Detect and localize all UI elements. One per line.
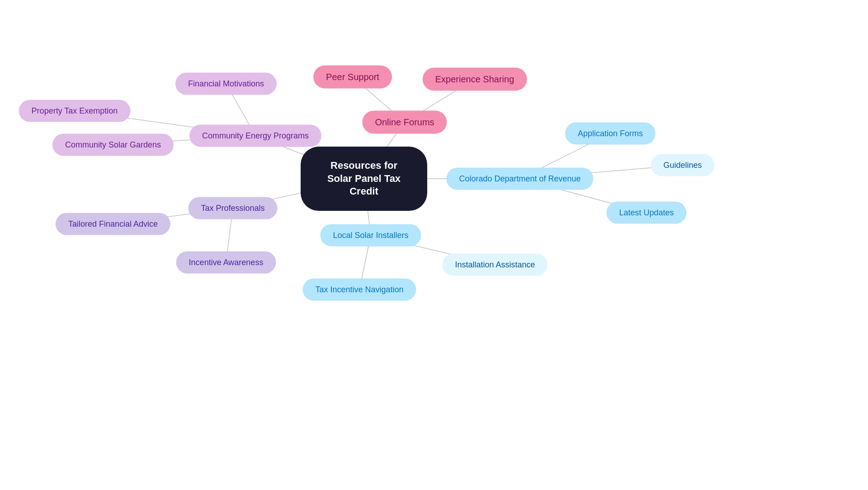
- mindmap-container: Resources for Solar Panel Tax CreditComm…: [0, 0, 868, 490]
- node-tailored_advice[interactable]: Tailored Financial Advice: [56, 213, 170, 235]
- node-guidelines[interactable]: Guidelines: [651, 154, 714, 176]
- node-application_forms[interactable]: Application Forms: [565, 123, 656, 145]
- node-community_solar[interactable]: Community Solar Gardens: [52, 134, 174, 156]
- node-tax_incentive_nav[interactable]: Tax Incentive Navigation: [302, 279, 416, 301]
- node-experience_sharing[interactable]: Experience Sharing: [423, 68, 527, 91]
- node-installation_assist[interactable]: Installation Assistance: [442, 254, 547, 276]
- node-colorado_dept[interactable]: Colorado Department of Revenue: [446, 168, 593, 190]
- node-financial_motivations[interactable]: Financial Motivations: [175, 73, 277, 95]
- node-online_forums[interactable]: Online Forums: [362, 111, 447, 134]
- node-property_tax[interactable]: Property Tax Exemption: [19, 100, 131, 122]
- node-latest_updates[interactable]: Latest Updates: [606, 202, 686, 224]
- node-incentive_awareness[interactable]: Incentive Awareness: [176, 252, 276, 274]
- node-tax_professionals[interactable]: Tax Professionals: [188, 197, 277, 219]
- node-community_energy[interactable]: Community Energy Programs: [189, 125, 321, 147]
- node-peer_support[interactable]: Peer Support: [313, 66, 392, 89]
- node-local_solar[interactable]: Local Solar Installers: [320, 224, 421, 247]
- node-center[interactable]: Resources for Solar Panel Tax Credit: [301, 147, 427, 211]
